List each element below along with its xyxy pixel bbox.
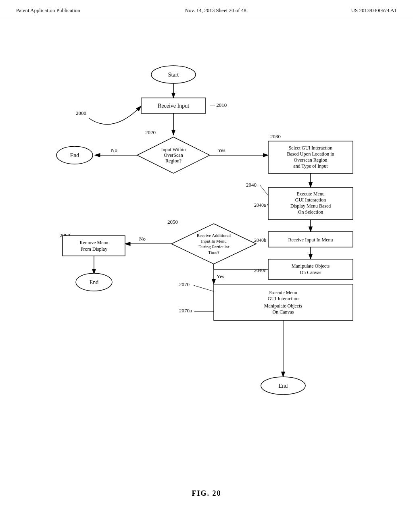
svg-text:Region?: Region? [165, 158, 181, 164]
svg-text:2000: 2000 [76, 110, 86, 116]
flowchart-svg: Start Receive Input — 2010 2000 2020 Inp… [0, 18, 413, 510]
svg-text:2070: 2070 [179, 281, 190, 287]
svg-text:— 2010: — 2010 [209, 102, 227, 108]
svg-text:During Particular: During Particular [198, 244, 229, 249]
svg-rect-56 [63, 236, 125, 256]
header-left: Patent Application Publication [16, 7, 80, 14]
svg-text:2040b: 2040b [254, 237, 266, 243]
svg-text:Based Upon Location in: Based Upon Location in [287, 151, 334, 157]
svg-text:Manipulate Objects: Manipulate Objects [264, 303, 302, 309]
svg-text:GUI Interaction: GUI Interaction [295, 197, 326, 203]
svg-text:2070a: 2070a [179, 308, 192, 314]
svg-text:Input In Menu: Input In Menu [201, 239, 227, 243]
svg-marker-48 [171, 224, 256, 264]
svg-text:End: End [90, 279, 99, 285]
svg-text:2040: 2040 [246, 182, 257, 188]
svg-text:Execute Menu: Execute Menu [269, 290, 297, 295]
svg-text:Time?: Time? [208, 250, 219, 255]
svg-text:2030: 2030 [270, 133, 281, 139]
page-header: Patent Application Publication Nov. 14, … [0, 0, 413, 18]
svg-text:Display Menu Based: Display Menu Based [290, 203, 331, 209]
svg-text:Receive Input In Menu: Receive Input In Menu [288, 237, 333, 243]
svg-line-65 [194, 285, 214, 291]
svg-text:Receive Input: Receive Input [158, 103, 189, 109]
svg-text:No: No [111, 147, 117, 153]
svg-text:On Selection: On Selection [298, 209, 323, 215]
svg-text:Yes: Yes [217, 273, 224, 279]
svg-text:Overscan Region: Overscan Region [294, 157, 327, 163]
svg-text:2040c: 2040c [254, 268, 266, 273]
svg-text:OverScan: OverScan [164, 152, 183, 158]
figure-label: FIG. 20 [192, 489, 221, 498]
svg-text:Input Within: Input Within [161, 147, 186, 152]
header-right: US 2013/0300674 A1 [351, 7, 397, 14]
svg-text:On Canvas: On Canvas [273, 309, 294, 315]
svg-text:End: End [279, 383, 288, 389]
svg-text:Start: Start [168, 72, 179, 78]
svg-text:On Canvas: On Canvas [300, 270, 321, 275]
svg-text:End: End [70, 152, 79, 158]
svg-text:Execute Menu: Execute Menu [296, 191, 325, 197]
svg-text:No: No [139, 236, 146, 242]
svg-text:GUI Interaction: GUI Interaction [268, 296, 298, 301]
svg-text:2020: 2020 [145, 129, 156, 135]
svg-text:Manipulate Objects: Manipulate Objects [292, 263, 330, 269]
svg-text:2040a: 2040a [254, 202, 266, 208]
svg-text:From Display: From Display [81, 246, 107, 252]
svg-text:Select GUI Interaction: Select GUI Interaction [289, 145, 333, 151]
svg-text:Yes: Yes [218, 147, 225, 153]
svg-text:Receive Additional: Receive Additional [197, 233, 231, 238]
svg-rect-41 [268, 259, 353, 279]
header-center: Nov. 14, 2013 Sheet 20 of 48 [185, 7, 246, 14]
svg-line-28 [260, 185, 268, 195]
svg-text:and Type of Input: and Type of Input [293, 163, 328, 169]
svg-text:2050: 2050 [167, 219, 178, 225]
svg-text:Remove Menu: Remove Menu [80, 240, 108, 245]
diagram-area: Start Receive Input — 2010 2000 2020 Inp… [0, 18, 413, 510]
